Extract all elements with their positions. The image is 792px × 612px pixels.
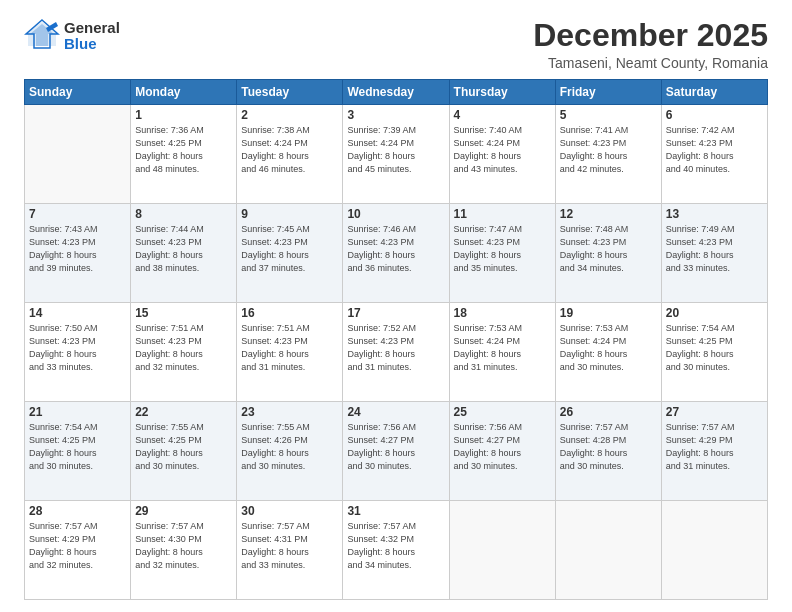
- day-info: Sunrise: 7:57 AMSunset: 4:28 PMDaylight:…: [560, 421, 657, 473]
- table-row: 17Sunrise: 7:52 AMSunset: 4:23 PMDayligh…: [343, 303, 449, 402]
- day-number: 26: [560, 405, 657, 419]
- table-row: 26Sunrise: 7:57 AMSunset: 4:28 PMDayligh…: [555, 402, 661, 501]
- day-number: 17: [347, 306, 444, 320]
- calendar-week-row: 1Sunrise: 7:36 AMSunset: 4:25 PMDaylight…: [25, 105, 768, 204]
- table-row: 16Sunrise: 7:51 AMSunset: 4:23 PMDayligh…: [237, 303, 343, 402]
- day-number: 15: [135, 306, 232, 320]
- table-row: 8Sunrise: 7:44 AMSunset: 4:23 PMDaylight…: [131, 204, 237, 303]
- day-info: Sunrise: 7:57 AMSunset: 4:30 PMDaylight:…: [135, 520, 232, 572]
- day-info: Sunrise: 7:49 AMSunset: 4:23 PMDaylight:…: [666, 223, 763, 275]
- table-row: 18Sunrise: 7:53 AMSunset: 4:24 PMDayligh…: [449, 303, 555, 402]
- day-number: 9: [241, 207, 338, 221]
- col-sunday: Sunday: [25, 80, 131, 105]
- month-title: December 2025: [533, 18, 768, 53]
- col-thursday: Thursday: [449, 80, 555, 105]
- table-row: 31Sunrise: 7:57 AMSunset: 4:32 PMDayligh…: [343, 501, 449, 600]
- day-number: 22: [135, 405, 232, 419]
- day-info: Sunrise: 7:48 AMSunset: 4:23 PMDaylight:…: [560, 223, 657, 275]
- table-row: 7Sunrise: 7:43 AMSunset: 4:23 PMDaylight…: [25, 204, 131, 303]
- calendar-week-row: 21Sunrise: 7:54 AMSunset: 4:25 PMDayligh…: [25, 402, 768, 501]
- table-row: 22Sunrise: 7:55 AMSunset: 4:25 PMDayligh…: [131, 402, 237, 501]
- col-tuesday: Tuesday: [237, 80, 343, 105]
- calendar-table: Sunday Monday Tuesday Wednesday Thursday…: [24, 79, 768, 600]
- day-info: Sunrise: 7:47 AMSunset: 4:23 PMDaylight:…: [454, 223, 551, 275]
- table-row: 1Sunrise: 7:36 AMSunset: 4:25 PMDaylight…: [131, 105, 237, 204]
- day-info: Sunrise: 7:55 AMSunset: 4:25 PMDaylight:…: [135, 421, 232, 473]
- title-block: December 2025 Tamaseni, Neamt County, Ro…: [533, 18, 768, 71]
- day-number: 13: [666, 207, 763, 221]
- col-saturday: Saturday: [661, 80, 767, 105]
- day-info: Sunrise: 7:42 AMSunset: 4:23 PMDaylight:…: [666, 124, 763, 176]
- day-number: 4: [454, 108, 551, 122]
- day-info: Sunrise: 7:45 AMSunset: 4:23 PMDaylight:…: [241, 223, 338, 275]
- table-row: 28Sunrise: 7:57 AMSunset: 4:29 PMDayligh…: [25, 501, 131, 600]
- day-number: 10: [347, 207, 444, 221]
- table-row: 4Sunrise: 7:40 AMSunset: 4:24 PMDaylight…: [449, 105, 555, 204]
- logo-icon: [24, 18, 60, 54]
- day-info: Sunrise: 7:56 AMSunset: 4:27 PMDaylight:…: [347, 421, 444, 473]
- table-row: 19Sunrise: 7:53 AMSunset: 4:24 PMDayligh…: [555, 303, 661, 402]
- calendar-header-row: Sunday Monday Tuesday Wednesday Thursday…: [25, 80, 768, 105]
- table-row: 5Sunrise: 7:41 AMSunset: 4:23 PMDaylight…: [555, 105, 661, 204]
- table-row: 12Sunrise: 7:48 AMSunset: 4:23 PMDayligh…: [555, 204, 661, 303]
- day-info: Sunrise: 7:51 AMSunset: 4:23 PMDaylight:…: [241, 322, 338, 374]
- table-row: 30Sunrise: 7:57 AMSunset: 4:31 PMDayligh…: [237, 501, 343, 600]
- table-row: 14Sunrise: 7:50 AMSunset: 4:23 PMDayligh…: [25, 303, 131, 402]
- col-wednesday: Wednesday: [343, 80, 449, 105]
- day-number: 30: [241, 504, 338, 518]
- day-info: Sunrise: 7:51 AMSunset: 4:23 PMDaylight:…: [135, 322, 232, 374]
- day-number: 16: [241, 306, 338, 320]
- table-row: 21Sunrise: 7:54 AMSunset: 4:25 PMDayligh…: [25, 402, 131, 501]
- table-row: 9Sunrise: 7:45 AMSunset: 4:23 PMDaylight…: [237, 204, 343, 303]
- day-info: Sunrise: 7:56 AMSunset: 4:27 PMDaylight:…: [454, 421, 551, 473]
- day-number: 7: [29, 207, 126, 221]
- day-number: 19: [560, 306, 657, 320]
- day-info: Sunrise: 7:50 AMSunset: 4:23 PMDaylight:…: [29, 322, 126, 374]
- location-title: Tamaseni, Neamt County, Romania: [533, 55, 768, 71]
- day-number: 6: [666, 108, 763, 122]
- table-row: 25Sunrise: 7:56 AMSunset: 4:27 PMDayligh…: [449, 402, 555, 501]
- day-info: Sunrise: 7:36 AMSunset: 4:25 PMDaylight:…: [135, 124, 232, 176]
- day-info: Sunrise: 7:39 AMSunset: 4:24 PMDaylight:…: [347, 124, 444, 176]
- table-row: [555, 501, 661, 600]
- logo-blue-text: Blue: [64, 36, 120, 53]
- table-row: 6Sunrise: 7:42 AMSunset: 4:23 PMDaylight…: [661, 105, 767, 204]
- day-number: 12: [560, 207, 657, 221]
- table-row: 10Sunrise: 7:46 AMSunset: 4:23 PMDayligh…: [343, 204, 449, 303]
- day-number: 21: [29, 405, 126, 419]
- table-row: 27Sunrise: 7:57 AMSunset: 4:29 PMDayligh…: [661, 402, 767, 501]
- day-number: 11: [454, 207, 551, 221]
- logo-text: General Blue: [64, 20, 120, 53]
- day-number: 31: [347, 504, 444, 518]
- day-number: 5: [560, 108, 657, 122]
- day-info: Sunrise: 7:54 AMSunset: 4:25 PMDaylight:…: [666, 322, 763, 374]
- day-number: 18: [454, 306, 551, 320]
- page: General Blue December 2025 Tamaseni, Nea…: [0, 0, 792, 612]
- table-row: [449, 501, 555, 600]
- day-info: Sunrise: 7:41 AMSunset: 4:23 PMDaylight:…: [560, 124, 657, 176]
- table-row: 13Sunrise: 7:49 AMSunset: 4:23 PMDayligh…: [661, 204, 767, 303]
- day-number: 1: [135, 108, 232, 122]
- calendar-week-row: 7Sunrise: 7:43 AMSunset: 4:23 PMDaylight…: [25, 204, 768, 303]
- day-info: Sunrise: 7:57 AMSunset: 4:31 PMDaylight:…: [241, 520, 338, 572]
- day-number: 29: [135, 504, 232, 518]
- logo: General Blue: [24, 18, 120, 54]
- day-info: Sunrise: 7:43 AMSunset: 4:23 PMDaylight:…: [29, 223, 126, 275]
- day-number: 20: [666, 306, 763, 320]
- header: General Blue December 2025 Tamaseni, Nea…: [24, 18, 768, 71]
- day-info: Sunrise: 7:53 AMSunset: 4:24 PMDaylight:…: [454, 322, 551, 374]
- day-info: Sunrise: 7:53 AMSunset: 4:24 PMDaylight:…: [560, 322, 657, 374]
- table-row: 11Sunrise: 7:47 AMSunset: 4:23 PMDayligh…: [449, 204, 555, 303]
- day-info: Sunrise: 7:40 AMSunset: 4:24 PMDaylight:…: [454, 124, 551, 176]
- table-row: 29Sunrise: 7:57 AMSunset: 4:30 PMDayligh…: [131, 501, 237, 600]
- day-number: 14: [29, 306, 126, 320]
- table-row: 23Sunrise: 7:55 AMSunset: 4:26 PMDayligh…: [237, 402, 343, 501]
- day-number: 8: [135, 207, 232, 221]
- day-info: Sunrise: 7:44 AMSunset: 4:23 PMDaylight:…: [135, 223, 232, 275]
- day-info: Sunrise: 7:55 AMSunset: 4:26 PMDaylight:…: [241, 421, 338, 473]
- table-row: [661, 501, 767, 600]
- day-info: Sunrise: 7:38 AMSunset: 4:24 PMDaylight:…: [241, 124, 338, 176]
- col-monday: Monday: [131, 80, 237, 105]
- day-info: Sunrise: 7:54 AMSunset: 4:25 PMDaylight:…: [29, 421, 126, 473]
- logo-general-text: General: [64, 20, 120, 37]
